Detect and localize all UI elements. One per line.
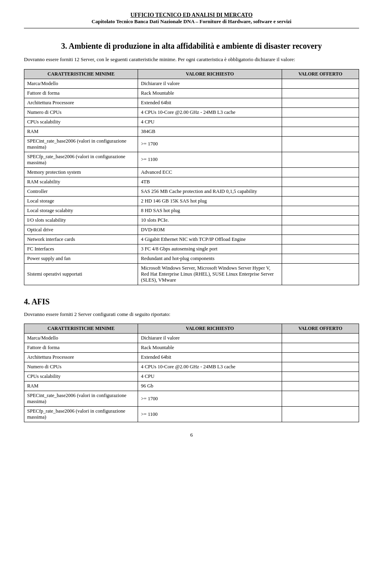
- table-row: Numero di CPUs4 CPUs 10-Core @2.00 GHz -…: [24, 107, 359, 117]
- table-row: Fattore di formaRack Mountable: [24, 343, 359, 353]
- section3-table: CARATTERISTICHE MINIME VALORE RICHIESTO …: [24, 69, 359, 285]
- section4-table: CARATTERISTICHE MINIME VALORE RICHIESTO …: [24, 324, 359, 422]
- valore-richiesto-cell: >= 1700: [138, 136, 282, 152]
- valore-richiesto-cell: DVD-ROM: [138, 225, 282, 234]
- table-row: I/O slots scalability10 slots PCIe.: [24, 215, 359, 225]
- caratteristica-cell: Power supply and fan: [24, 254, 138, 263]
- valore-richiesto-cell: SAS 256 MB Cache protection and RAID 0,1…: [138, 187, 282, 196]
- caratteristica-cell: SPECint_rate_base2006 (valori in configu…: [24, 136, 138, 152]
- table-row: FC Interfaces3 FC 4/8 Gbps autosensing s…: [24, 244, 359, 254]
- table-row: Power supply and fanRedundant and hot-pl…: [24, 254, 359, 263]
- header-subtitle: Capitolato Tecnico Banca Dati Nazionale …: [24, 18, 359, 25]
- valore-offerto-cell: [282, 79, 359, 88]
- valore-richiesto-cell: >= 1700: [138, 391, 282, 407]
- table-row: RAM384GB: [24, 127, 359, 136]
- valore-richiesto-cell: Rack Mountable: [138, 343, 282, 353]
- table-row: Fattore di formaRack Mountable: [24, 88, 359, 98]
- valore-richiesto-cell: Microsoft Windows Server, Microsoft Wind…: [138, 263, 282, 285]
- table-row: CPUs scalability4 CPU: [24, 117, 359, 127]
- valore-offerto-cell: [282, 407, 359, 422]
- caratteristica-cell: CPUs scalability: [24, 117, 138, 127]
- table-row: SPECfp_rate_base2006 (valori in configur…: [24, 152, 359, 167]
- valore-offerto-cell: [282, 225, 359, 234]
- caratteristica-cell: Marca/Modello: [24, 79, 138, 88]
- section3: 3. Ambiente di produzione in alta affida…: [24, 40, 359, 285]
- caratteristica-cell: RAM scalability: [24, 177, 138, 187]
- section4-title: 4. AFIS: [24, 297, 359, 306]
- valore-offerto-cell: [282, 167, 359, 177]
- caratteristica-cell: Optical drive: [24, 225, 138, 234]
- valore-offerto-cell: [282, 362, 359, 372]
- table-row: SPECint_rate_base2006 (valori in configu…: [24, 136, 359, 152]
- valore-richiesto-cell: 4TB: [138, 177, 282, 187]
- valore-offerto-cell: [282, 391, 359, 407]
- valore-offerto-cell: [282, 254, 359, 263]
- header-title: UFFICIO TECNICO ED ANALISI DI MERCATO: [24, 12, 359, 18]
- valore-richiesto-cell: Extended 64bit: [138, 98, 282, 107]
- caratteristica-cell: SPECint_rate_base2006 (valori in configu…: [24, 391, 138, 407]
- valore-offerto-cell: [282, 187, 359, 196]
- caratteristica-cell: SPECfp_rate_base2006 (valori in configur…: [24, 152, 138, 167]
- table-row: Network interface cards4 Gigabit Etherne…: [24, 234, 359, 244]
- table-row: Local storage2 HD 146 GB 15K SAS hot plu…: [24, 196, 359, 206]
- caratteristica-cell: RAM: [24, 381, 138, 391]
- page-number: 6: [24, 432, 359, 438]
- valore-richiesto-cell: 4 CPUs 10-Core @2.00 GHz - 24MB L3 cache: [138, 362, 282, 372]
- valore-offerto-cell: [282, 263, 359, 285]
- valore-offerto-cell: [282, 196, 359, 206]
- valore-offerto-cell: [282, 98, 359, 107]
- section4-intro: Dovranno essere forniti 2 Server configu…: [24, 310, 359, 318]
- section4: 4. AFIS Dovranno essere forniti 2 Server…: [24, 297, 359, 423]
- page: UFFICIO TECNICO ED ANALISI DI MERCATO Ca…: [0, 0, 383, 588]
- caratteristica-cell: Controller: [24, 187, 138, 196]
- valore-offerto-cell: [282, 127, 359, 136]
- table-row: Numero di CPUs4 CPUs 10-Core @2.00 GHz -…: [24, 362, 359, 372]
- caratteristica-cell: Numero di CPUs: [24, 362, 138, 372]
- valore-offerto-cell: [282, 152, 359, 167]
- document-header: UFFICIO TECNICO ED ANALISI DI MERCATO Ca…: [24, 12, 359, 28]
- valore-richiesto-cell: 4 CPUs 10-Core @2.00 GHz - 24MB L3 cache: [138, 107, 282, 117]
- valore-offerto-cell: [282, 88, 359, 98]
- caratteristica-cell: Network interface cards: [24, 234, 138, 244]
- caratteristica-cell: Numero di CPUs: [24, 107, 138, 117]
- caratteristica-cell: Memory protection system: [24, 167, 138, 177]
- valore-richiesto-cell: Rack Mountable: [138, 88, 282, 98]
- valore-richiesto-cell: 4 Gigabit Ethernet NIC with TCP/IP Offlo…: [138, 234, 282, 244]
- valore-richiesto-cell: 4 CPU: [138, 372, 282, 381]
- valore-offerto-cell: [282, 234, 359, 244]
- valore-offerto-cell: [282, 177, 359, 187]
- table-row: CPUs scalability4 CPU: [24, 372, 359, 381]
- valore-richiesto-cell: 4 CPU: [138, 117, 282, 127]
- table-row: Sistemi operativi supportatiMicrosoft Wi…: [24, 263, 359, 285]
- col-header-caratteristiche-4: CARATTERISTICHE MINIME: [24, 324, 138, 334]
- valore-richiesto-cell: Redundant and hot-plug components: [138, 254, 282, 263]
- caratteristica-cell: I/O slots scalability: [24, 215, 138, 225]
- valore-richiesto-cell: >= 1100: [138, 152, 282, 167]
- table-row: Local storage scalabity8 HD SAS hot plug: [24, 206, 359, 215]
- valore-richiesto-cell: 384GB: [138, 127, 282, 136]
- valore-offerto-cell: [282, 353, 359, 362]
- table-row: Marca/ModelloDichiarare il valore: [24, 79, 359, 88]
- valore-richiesto-cell: 8 HD SAS hot plug: [138, 206, 282, 215]
- col-header-caratteristiche: CARATTERISTICHE MINIME: [24, 69, 138, 79]
- table-row: SPECfp_rate_base2006 (valori in configur…: [24, 407, 359, 422]
- valore-richiesto-cell: 3 FC 4/8 Gbps autosensing single port: [138, 244, 282, 254]
- valore-richiesto-cell: >= 1100: [138, 407, 282, 422]
- table-row: Memory protection systemAdvanced ECC: [24, 167, 359, 177]
- valore-offerto-cell: [282, 117, 359, 127]
- table-row: Optical driveDVD-ROM: [24, 225, 359, 234]
- valore-richiesto-cell: Extended 64bit: [138, 353, 282, 362]
- valore-offerto-cell: [282, 244, 359, 254]
- col-header-valore-offerto-4: VALORE OFFERTO: [282, 324, 359, 334]
- caratteristica-cell: Local storage: [24, 196, 138, 206]
- valore-offerto-cell: [282, 136, 359, 152]
- table-row: Architettura ProcessoreExtended 64bit: [24, 353, 359, 362]
- valore-richiesto-cell: 10 slots PCIe.: [138, 215, 282, 225]
- col-header-valore-offerto: VALORE OFFERTO: [282, 69, 359, 79]
- caratteristica-cell: SPECfp_rate_base2006 (valori in configur…: [24, 407, 138, 422]
- valore-richiesto-cell: Advanced ECC: [138, 167, 282, 177]
- valore-richiesto-cell: 96 Gb: [138, 381, 282, 391]
- valore-richiesto-cell: Dichiarare il valore: [138, 79, 282, 88]
- section3-intro: Dovranno essere forniti 12 Server, con l…: [24, 56, 359, 64]
- caratteristica-cell: Architettura Processore: [24, 353, 138, 362]
